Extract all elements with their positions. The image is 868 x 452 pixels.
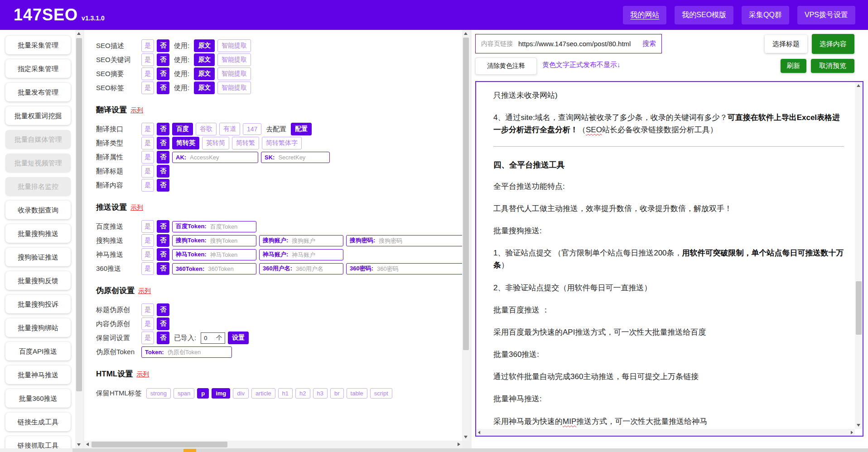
toggle-yes-button[interactable]: 是 <box>141 151 154 163</box>
option-button[interactable]: 有道 <box>219 123 240 135</box>
sidebar-item-3[interactable]: 批量权重词挖掘 <box>5 106 71 125</box>
clear-yellow-comments-button[interactable]: 清除黄色注释 <box>475 58 537 75</box>
sidebar-item-8[interactable]: 批量搜狗推送 <box>5 224 71 243</box>
html-tag-chip[interactable]: table <box>347 388 367 399</box>
scroll-left-arrow[interactable] <box>478 431 480 434</box>
toggle-yes-button[interactable]: 是 <box>141 248 154 261</box>
option-button[interactable]: 百度 <box>172 123 193 135</box>
toggle-no-button[interactable]: 否 <box>157 39 169 52</box>
scroll-down-arrow[interactable] <box>857 424 860 427</box>
toggle-yes-button[interactable]: 是 <box>141 39 154 52</box>
cancel-preview-button[interactable]: 取消预览 <box>811 59 854 73</box>
scroll-down-arrow[interactable] <box>77 443 81 446</box>
toggle-no-button[interactable]: 否 <box>157 248 169 261</box>
option-button[interactable]: 简转繁体字 <box>262 137 302 149</box>
toggle-no-button[interactable]: 否 <box>157 234 169 247</box>
toggle-yes-button[interactable]: 是 <box>141 165 154 178</box>
html-tag-chip[interactable]: br <box>330 388 344 399</box>
field-input[interactable] <box>277 154 326 161</box>
option-button[interactable]: 智能提取 <box>217 53 251 66</box>
field-input[interactable] <box>207 265 253 273</box>
scroll-right-arrow[interactable] <box>851 431 853 434</box>
nav-item-2[interactable]: 采集QQ群 <box>742 6 789 24</box>
toggle-no-button[interactable]: 否 <box>157 262 169 275</box>
toggle-no-button[interactable]: 否 <box>157 303 169 316</box>
sidebar-scrollbar[interactable] <box>75 30 83 448</box>
field-input[interactable] <box>189 154 255 161</box>
html-tag-chip[interactable]: h2 <box>295 388 310 399</box>
toggle-yes-button[interactable]: 是 <box>141 137 154 149</box>
option-button[interactable]: 原文 <box>194 67 215 80</box>
field-input[interactable] <box>209 237 253 245</box>
html-tag-chip[interactable]: article <box>251 388 275 399</box>
toggle-yes-button[interactable]: 是 <box>141 67 154 80</box>
sidebar-item-17[interactable]: 链接抓取工具 <box>5 436 71 448</box>
content-url-input[interactable] <box>517 39 639 48</box>
html-tag-chip[interactable]: p <box>197 388 209 399</box>
toggle-yes-button[interactable]: 是 <box>141 332 154 344</box>
sidebar-item-1[interactable]: 指定采集管理 <box>5 59 71 78</box>
nav-item-0[interactable]: 我的网站 <box>623 6 666 24</box>
toggle-yes-button[interactable]: 是 <box>141 82 154 94</box>
field-input[interactable] <box>167 348 228 356</box>
option-button[interactable]: 配置 <box>291 123 312 135</box>
toggle-yes-button[interactable]: 是 <box>141 317 154 330</box>
sidebar-item-11[interactable]: 批量搜狗投诉 <box>5 295 71 313</box>
option-button[interactable]: 谷歌 <box>196 123 217 135</box>
preview-vscrollbar-thumb[interactable] <box>856 281 862 335</box>
sidebar-item-9[interactable]: 搜狗验证推送 <box>5 248 71 266</box>
example-link[interactable]: 示列 <box>138 287 151 295</box>
search-link[interactable]: 搜索 <box>642 39 656 48</box>
option-button[interactable]: 智能提取 <box>217 82 251 94</box>
option-button[interactable]: 原文 <box>194 39 215 52</box>
html-tag-chip[interactable]: div <box>233 388 249 399</box>
option-button[interactable]: 智能提取 <box>217 67 251 80</box>
sidebar-item-10[interactable]: 批量搜狗反馈 <box>5 271 71 290</box>
nav-item-3[interactable]: VPS拨号设置 <box>797 6 855 24</box>
option-button[interactable]: 简转繁 <box>232 137 259 149</box>
option-button[interactable]: 原文 <box>194 82 215 94</box>
toggle-no-button[interactable]: 否 <box>157 151 169 163</box>
sidebar-item-2[interactable]: 批量发布管理 <box>5 83 71 101</box>
toggle-no-button[interactable]: 否 <box>157 332 169 344</box>
scroll-up-arrow[interactable] <box>857 84 860 87</box>
field-input[interactable] <box>209 223 253 231</box>
sidebar-item-16[interactable]: 链接生成工具 <box>5 413 71 431</box>
toggle-yes-button[interactable]: 是 <box>141 262 154 275</box>
toggle-no-button[interactable]: 否 <box>157 82 169 94</box>
select-title-button[interactable]: 选择标题 <box>765 35 807 53</box>
toggle-yes-button[interactable]: 是 <box>141 220 154 233</box>
preview-horizontal-scrollbar[interactable] <box>476 429 855 436</box>
sidebar-item-14[interactable]: 批量神马推送 <box>5 365 71 384</box>
toggle-no-button[interactable]: 否 <box>157 137 169 149</box>
html-tag-chip[interactable]: script <box>370 388 392 399</box>
field-input[interactable] <box>295 265 340 273</box>
scroll-up-arrow[interactable] <box>77 32 81 35</box>
html-tag-chip[interactable]: h1 <box>278 388 293 399</box>
toggle-no-button[interactable]: 否 <box>157 53 169 66</box>
toggle-no-button[interactable]: 否 <box>157 123 169 135</box>
option-button[interactable]: 147 <box>243 123 261 135</box>
settings-vscrollbar-thumb[interactable] <box>463 38 469 350</box>
toggle-yes-button[interactable]: 是 <box>141 123 154 135</box>
html-tag-chip[interactable]: h3 <box>313 388 328 399</box>
toggle-no-button[interactable]: 否 <box>157 179 169 192</box>
scroll-left-arrow[interactable] <box>86 442 89 446</box>
scroll-down-arrow[interactable] <box>464 436 468 438</box>
scroll-right-arrow[interactable] <box>458 442 460 446</box>
example-link[interactable]: 示列 <box>130 204 143 212</box>
field-input[interactable] <box>291 237 340 245</box>
toggle-no-button[interactable]: 否 <box>157 67 169 80</box>
option-button[interactable]: 简转英 <box>172 137 199 149</box>
toggle-no-button[interactable]: 否 <box>157 165 169 178</box>
settings-hscrollbar-thumb[interactable] <box>92 442 227 447</box>
toggle-no-button[interactable]: 否 <box>157 220 169 233</box>
select-content-button[interactable]: 选择内容 <box>812 34 854 54</box>
option-button[interactable]: 英转简 <box>202 137 229 149</box>
html-tag-chip[interactable]: strong <box>146 388 171 399</box>
option-button[interactable]: 设置 <box>228 332 249 344</box>
refresh-button[interactable]: 刷新 <box>781 59 806 73</box>
sidebar-item-7[interactable]: 收录数据查询 <box>5 201 71 219</box>
toggle-yes-button[interactable]: 是 <box>141 303 154 316</box>
html-tag-chip[interactable]: span <box>174 388 194 399</box>
